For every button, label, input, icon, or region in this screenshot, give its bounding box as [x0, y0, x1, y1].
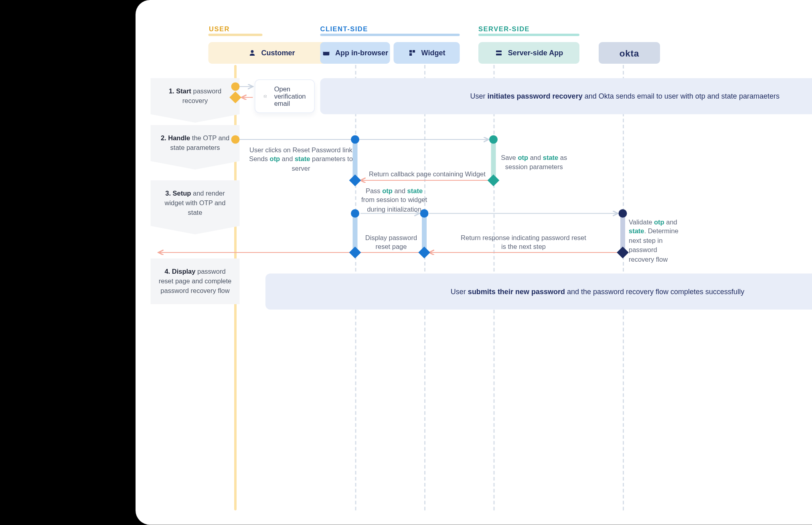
actor-server-label: Server-side App	[508, 49, 563, 57]
actor-app-label: App in-browser	[335, 49, 388, 57]
note-return-response: Return response indicating password rese…	[460, 233, 587, 252]
banner-submit-text: User submits their new password and the …	[450, 287, 744, 296]
actor-widget-label: Widget	[421, 49, 445, 57]
step-tile-1: 1. Start password recovery	[150, 78, 239, 114]
node-server-start-1	[489, 135, 498, 144]
step-tile-3: 3. Setup and render widget with OTP and …	[150, 180, 239, 226]
svg-rect-1	[323, 50, 329, 52]
note-open-email: Open verification email	[255, 79, 315, 113]
step-tile-2: 2. Handle the OTP and state parameters	[150, 125, 239, 161]
actor-widget: Widget	[393, 42, 460, 64]
note-display-reset: Display password reset page	[361, 233, 421, 252]
svg-rect-6	[496, 54, 502, 55]
note-save-session: Save otp and state as session parameters	[499, 153, 569, 172]
lane-underline-server	[478, 34, 579, 36]
node-app-start-1	[351, 135, 359, 144]
actor-customer-label: Customer	[261, 49, 295, 57]
node-customer-start-1	[231, 83, 239, 91]
node-customer-start-2	[231, 135, 239, 144]
server-icon	[494, 49, 503, 57]
note-pass-init: Pass otp and state from session to widge…	[361, 186, 427, 214]
svg-rect-5	[496, 50, 502, 52]
lane-underline-user	[208, 34, 262, 36]
actor-customer: Customer	[208, 42, 334, 64]
note-open-email-text: Open verification email	[274, 85, 306, 107]
actor-app: App in-browser	[320, 42, 390, 64]
svg-rect-3	[412, 50, 415, 52]
browser-icon	[322, 49, 330, 57]
banner-initiate: User initiates password recovery and Okt…	[320, 78, 812, 114]
node-app-start-2	[351, 209, 359, 218]
person-icon	[248, 49, 256, 57]
note-click-reset: User clicks on Reset Password link Sends…	[247, 145, 355, 173]
node-okta-end-1	[617, 246, 629, 258]
node-app-end-2	[349, 246, 361, 258]
node-app-end-1	[349, 174, 361, 186]
node-okta-start-1	[618, 209, 627, 218]
actor-server: Server-side App	[478, 42, 579, 64]
lane-label-user: USER	[209, 25, 230, 32]
svg-rect-2	[409, 50, 412, 52]
banner-initiate-text: User initiates password recovery and Okt…	[470, 92, 779, 101]
actor-okta: okta	[599, 42, 660, 64]
okta-logo: okta	[619, 48, 639, 58]
step-tile-4: 4. Display password reset page and compl…	[150, 258, 239, 304]
banner-submit: User submits their new password and the …	[265, 274, 812, 310]
lane-label-server: SERVER-SIDE	[478, 25, 530, 32]
svg-rect-4	[409, 53, 412, 56]
lane-label-client: CLIENT-SIDE	[320, 25, 368, 32]
lane-underline-client	[320, 34, 460, 36]
note-validate: Validate otp and state. Determine next s…	[629, 218, 683, 264]
node-server-end-1	[487, 174, 499, 186]
widget-icon	[408, 49, 416, 57]
mail-icon	[263, 90, 267, 103]
note-return-callback: Return callback page containing Widget	[367, 170, 487, 179]
